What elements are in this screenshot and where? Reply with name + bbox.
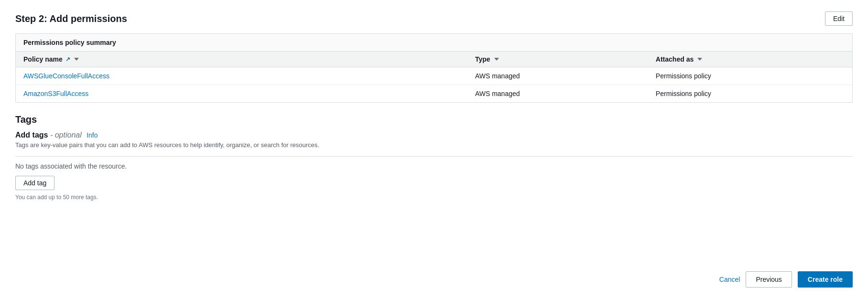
add-tag-button[interactable]: Add tag — [15, 176, 54, 190]
previous-button[interactable]: Previous — [746, 271, 792, 288]
col-header-policy-name: Policy name ↗ — [23, 55, 475, 63]
policy-link-2[interactable]: AmazonS3FullAccess — [23, 90, 88, 97]
no-tags-text: No tags associated with the resource. — [15, 162, 853, 170]
permissions-table: Policy name ↗ Type Attached as AWSGlueCo… — [16, 52, 852, 102]
tags-section: Tags Add tags - optional Info Tags are k… — [15, 114, 853, 201]
footer-actions: Cancel Previous Create role — [719, 271, 853, 288]
col-header-attached-as: Attached as — [656, 55, 845, 63]
permissions-panel-header: Permissions policy summary — [16, 34, 852, 52]
divider — [15, 156, 853, 157]
edit-button[interactable]: Edit — [825, 11, 853, 26]
tags-limit-text: You can add up to 50 more tags. — [15, 194, 853, 201]
table-row: AmazonS3FullAccess AWS managed Permissio… — [16, 85, 852, 102]
create-role-button[interactable]: Create role — [798, 271, 853, 288]
step-title: Step 2: Add permissions — [15, 13, 127, 24]
cell-attached-as-1: Permissions policy — [656, 72, 845, 80]
external-link-icon: ↗ — [65, 56, 70, 63]
cancel-link[interactable]: Cancel — [719, 276, 740, 283]
cell-attached-as-2: Permissions policy — [656, 90, 845, 97]
tags-description: Tags are key-value pairs that you can ad… — [15, 141, 853, 149]
step-header: Step 2: Add permissions Edit — [15, 11, 853, 26]
cell-type-1: AWS managed — [475, 72, 656, 80]
cell-policy-name-2: AmazonS3FullAccess — [23, 90, 475, 97]
permissions-panel: Permissions policy summary Policy name ↗… — [15, 33, 853, 103]
sort-icon-type[interactable] — [494, 58, 499, 61]
page-container: Step 2: Add permissions Edit Permissions… — [0, 0, 868, 299]
cell-type-2: AWS managed — [475, 90, 656, 97]
col-header-type: Type — [475, 55, 656, 63]
sort-icon-attached-as[interactable] — [697, 58, 702, 61]
add-tags-optional: - optional — [50, 131, 82, 139]
policy-link-1[interactable]: AWSGlueConsoleFullAccess — [23, 72, 109, 80]
sort-icon-policy-name[interactable] — [74, 58, 79, 61]
info-link[interactable]: Info — [87, 131, 98, 139]
table-header-row: Policy name ↗ Type Attached as — [16, 52, 852, 67]
add-tags-label: Add tags - optional Info — [15, 131, 853, 139]
table-row: AWSGlueConsoleFullAccess AWS managed Per… — [16, 67, 852, 85]
tags-title: Tags — [15, 114, 853, 125]
cell-policy-name-1: AWSGlueConsoleFullAccess — [23, 72, 475, 80]
